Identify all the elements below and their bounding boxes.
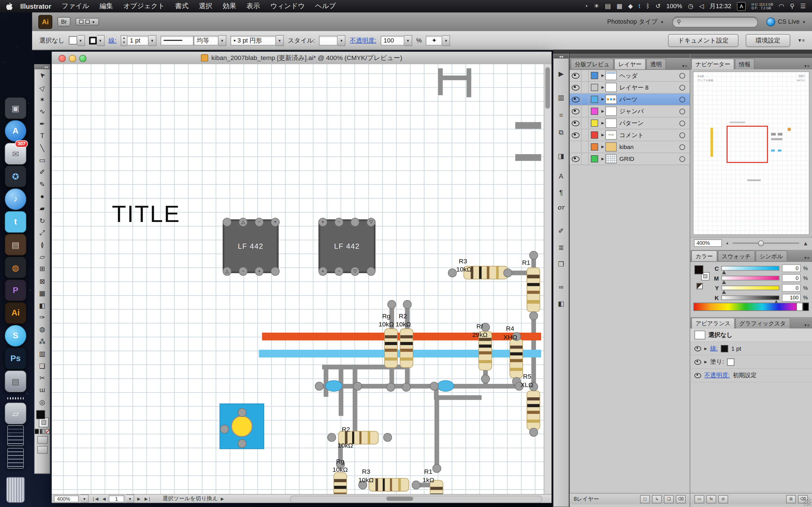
dock[interactable]: ▣A✉307✪♪t▤◍PAiSPs▤▱	[0, 12, 31, 507]
solder-pad[interactable]: △	[223, 267, 232, 276]
opacity-field[interactable]: 100 ▼	[380, 35, 412, 46]
expand-triangle-icon[interactable]: ▶	[600, 73, 605, 78]
opentype-panel-icon[interactable]: OT	[553, 205, 568, 210]
solder-pad[interactable]	[353, 382, 362, 391]
visibility-toggle[interactable]	[569, 82, 581, 93]
stroke-link[interactable]: 線:	[710, 344, 718, 352]
solder-pad[interactable]	[383, 433, 392, 442]
drawing-mode-button[interactable]	[37, 436, 47, 444]
tab-シンボル[interactable]: シンボル	[755, 250, 787, 262]
document-titlebar[interactable]: kiban_2007blab_temp [更新済み].ai* @ 400% (C…	[52, 52, 552, 65]
skype-icon[interactable]: S	[5, 325, 27, 346]
dock-itunes[interactable]: ♪	[4, 188, 27, 210]
launcher-icon[interactable]: ▣	[5, 97, 27, 119]
dock-skype[interactable]: S	[4, 325, 27, 346]
appearance-opacity-row[interactable]: 不透明度: 初期設定	[690, 369, 812, 383]
screen-mode-button[interactable]	[37, 446, 47, 454]
tab-アピアランス[interactable]: アピアランス	[691, 318, 734, 329]
tool-selection-tool[interactable]: ➤	[35, 69, 50, 81]
battery-indicator[interactable]: 100%	[666, 3, 682, 10]
vertical-scrollbar[interactable]	[544, 64, 552, 494]
archive-box-icon[interactable]: ▤	[5, 371, 27, 392]
layer-row-kiban[interactable]: ▶kiban	[569, 141, 690, 153]
opacity-value[interactable]: 100	[380, 36, 404, 45]
volume-icon[interactable]: ◁	[699, 3, 704, 10]
tool-eraser-tool[interactable]: ▰	[35, 203, 50, 215]
panel-menu-icon[interactable]: ▼≡	[797, 38, 805, 43]
layer-row-ヘッダ[interactable]: ▶ヘッダ	[569, 70, 690, 82]
tool-magic-wand-tool[interactable]: ✶	[35, 94, 50, 106]
slider-thumb-icon[interactable]	[722, 271, 726, 274]
jumper-ellipse[interactable]	[437, 380, 454, 392]
brush-definition-dropdown[interactable]: • 3 pt 円形 ▼	[231, 35, 284, 46]
target-circle-icon[interactable]	[679, 120, 685, 126]
menu-表示[interactable]: 表示	[241, 2, 265, 11]
dock-mail[interactable]: ✉307	[4, 143, 27, 165]
expand-triangle[interactable]: ▶	[704, 346, 707, 351]
none-mode-button[interactable]	[45, 429, 50, 434]
solder-pad[interactable]: +	[255, 267, 264, 276]
book-icon[interactable]: ▤	[5, 234, 27, 256]
illustrator-app-icon[interactable]: Ai	[38, 15, 52, 29]
search-input[interactable]: ⚲	[672, 16, 758, 27]
gamut-warning-icon[interactable]	[696, 283, 703, 289]
solder-pad[interactable]	[529, 428, 538, 437]
panel-group-header[interactable]	[569, 54, 690, 58]
folder-icon[interactable]: ▱	[5, 402, 27, 424]
resistor[interactable]	[334, 472, 347, 494]
next-artboard-icon[interactable]: ▶	[136, 496, 142, 501]
tool-slice-tool[interactable]: ✂	[35, 372, 50, 384]
tool-scale-tool[interactable]: ⤢	[35, 227, 50, 239]
solder-pad[interactable]	[220, 425, 229, 434]
dock-safari[interactable]: ✪	[4, 166, 27, 187]
symbols-panel-icon[interactable]: ⧉	[553, 128, 568, 136]
tool-symbol-sprayer-tool[interactable]: ⁂	[35, 335, 50, 348]
tool-paintbrush-tool[interactable]: ✐	[35, 166, 50, 178]
ic-chip[interactable]: LF 442	[319, 219, 375, 273]
slider-thumb-icon[interactable]	[722, 290, 726, 294]
pixel-app-icon[interactable]: P	[5, 279, 27, 301]
solder-pad[interactable]: ▽	[350, 267, 359, 276]
appearance-fill-row[interactable]: ▶ 塗り:	[690, 355, 812, 369]
panel-group-header[interactable]	[690, 54, 812, 58]
menu-ヘルプ[interactable]: ヘルプ	[310, 2, 341, 11]
solder-pad[interactable]	[223, 218, 232, 226]
tab-カラー[interactable]: カラー	[691, 250, 717, 262]
scrollbar-thumb[interactable]	[545, 67, 550, 109]
lock-cell[interactable]	[581, 94, 589, 105]
expand-triangle-icon[interactable]: ▶	[600, 97, 605, 101]
solder-pad[interactable]: △	[239, 218, 248, 226]
tab-グラフィックスタ[interactable]: グラフィックスタ	[735, 318, 790, 329]
safari-icon[interactable]: ✪	[5, 166, 27, 187]
tool-pencil-tool[interactable]: ✎	[35, 178, 50, 190]
minimize-button[interactable]	[69, 55, 76, 62]
target-circle-icon[interactable]	[679, 84, 685, 90]
menu-ウィンドウ[interactable]: ウィンドウ	[265, 2, 310, 11]
board-title-text[interactable]: TITLE	[112, 201, 181, 228]
menu-clock[interactable]: 月12:32	[710, 2, 731, 10]
tool-rotate-tool[interactable]: ↻	[35, 215, 50, 227]
itunes-icon[interactable]: ♪	[5, 188, 27, 210]
close-button[interactable]	[59, 55, 66, 62]
stroke-width-field[interactable]: ▲▼ 1 pt ▼	[121, 35, 156, 46]
tool-hand-tool[interactable]: ɯ	[35, 384, 50, 396]
notification-list-icon[interactable]: ☰	[800, 3, 806, 10]
tool-blob-brush-tool[interactable]: ●	[35, 190, 50, 203]
dock-document-1[interactable]	[4, 425, 27, 446]
channel-value-field[interactable]: 100	[782, 294, 801, 302]
stroke-width-value[interactable]: 1 pt	[127, 36, 149, 45]
solder-pad[interactable]	[327, 433, 336, 442]
channel-slider[interactable]	[721, 286, 779, 290]
solder-pad[interactable]	[481, 375, 490, 383]
layer-row-パターン[interactable]: ▶パターン	[569, 117, 690, 129]
solder-pad[interactable]	[238, 439, 246, 448]
tool-perspective-grid-tool[interactable]: ⊠	[35, 275, 50, 287]
slider-thumb[interactable]	[758, 240, 763, 246]
character-panel-icon[interactable]: A	[553, 172, 568, 180]
fill-stroke-widget[interactable]	[35, 410, 50, 427]
tool-graph-tool[interactable]: ▥	[35, 348, 50, 360]
layer-row-レイヤー 8[interactable]: ▶レイヤー 8	[569, 82, 690, 94]
target-circle-icon[interactable]	[679, 156, 685, 162]
dock-document-2[interactable]	[4, 448, 27, 469]
expand-triangle-icon[interactable]: ▶	[600, 157, 605, 161]
